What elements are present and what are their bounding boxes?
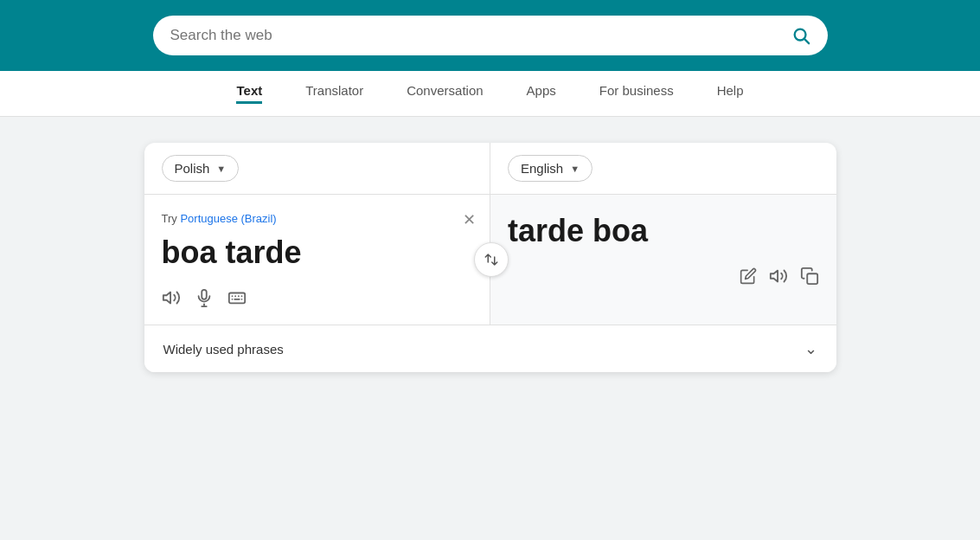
- microphone-icon: [195, 288, 214, 307]
- source-keyboard-button[interactable]: [227, 288, 247, 307]
- search-button[interactable]: [791, 26, 810, 45]
- phrases-label: Widely used phrases: [163, 342, 284, 357]
- phrases-chevron-icon: ⌄: [804, 339, 817, 358]
- try-suggestion-row: Try Portuguese (Brazil): [162, 212, 473, 225]
- phrases-row[interactable]: Widely used phrases ⌄: [144, 325, 836, 372]
- svg-rect-3: [202, 290, 207, 299]
- speaker-icon: [162, 288, 181, 307]
- nav-item-help[interactable]: Help: [717, 83, 744, 104]
- target-edit-button[interactable]: [740, 267, 757, 285]
- translator-card: Polish ▼ English ▼ Try Portuguese (Brazi…: [144, 143, 836, 372]
- target-lang-chevron-icon: ▼: [570, 164, 580, 174]
- output-text: tarde boa: [508, 212, 819, 249]
- source-mic-button[interactable]: [195, 288, 214, 307]
- panels-wrapper: Try Portuguese (Brazil) boa tarde ✕: [144, 195, 836, 325]
- target-panel: tarde boa: [490, 195, 836, 325]
- svg-line-1: [804, 39, 809, 43]
- search-bar-container: [153, 16, 828, 55]
- target-listen-button[interactable]: [769, 267, 788, 286]
- source-lang-chevron-icon: ▼: [216, 164, 226, 174]
- source-listen-button[interactable]: [162, 288, 181, 307]
- target-lang-selector: English ▼: [490, 143, 836, 194]
- source-panel: Try Portuguese (Brazil) boa tarde ✕: [144, 195, 491, 325]
- nav-item-text[interactable]: Text: [236, 83, 262, 104]
- source-lang-selector: Polish ▼: [144, 143, 491, 194]
- clear-button[interactable]: ✕: [463, 210, 476, 229]
- target-icons: [508, 267, 819, 286]
- try-label: Try: [162, 212, 177, 225]
- speaker-output-icon: [769, 267, 788, 286]
- nav-item-conversation[interactable]: Conversation: [407, 83, 483, 104]
- nav-bar: Text Translator Conversation Apps For bu…: [0, 71, 980, 117]
- nav-item-for-business[interactable]: For business: [599, 83, 674, 104]
- source-lang-dropdown[interactable]: Polish ▼: [162, 155, 240, 182]
- target-lang-label: English: [521, 161, 563, 176]
- search-input[interactable]: [170, 27, 783, 44]
- svg-rect-15: [807, 273, 817, 284]
- header: [0, 0, 980, 71]
- target-lang-dropdown[interactable]: English ▼: [508, 155, 592, 182]
- svg-marker-2: [163, 292, 170, 304]
- swap-icon: [484, 252, 499, 267]
- target-copy-button[interactable]: [800, 267, 819, 286]
- source-icons: [162, 288, 473, 307]
- try-suggestion-link[interactable]: Portuguese (Brazil): [180, 212, 276, 225]
- svg-marker-14: [770, 271, 777, 282]
- svg-rect-6: [228, 293, 244, 304]
- nav-item-translator[interactable]: Translator: [305, 83, 363, 104]
- source-text: boa tarde: [162, 234, 473, 271]
- nav-item-apps[interactable]: Apps: [527, 83, 556, 104]
- source-lang-label: Polish: [175, 161, 210, 176]
- pencil-icon: [740, 267, 757, 285]
- swap-languages-button[interactable]: [474, 242, 509, 277]
- copy-icon: [800, 267, 819, 286]
- main-content: Polish ▼ English ▼ Try Portuguese (Brazi…: [0, 117, 980, 398]
- language-selector-row: Polish ▼ English ▼: [144, 143, 836, 195]
- search-icon: [791, 26, 810, 45]
- keyboard-icon: [227, 288, 247, 307]
